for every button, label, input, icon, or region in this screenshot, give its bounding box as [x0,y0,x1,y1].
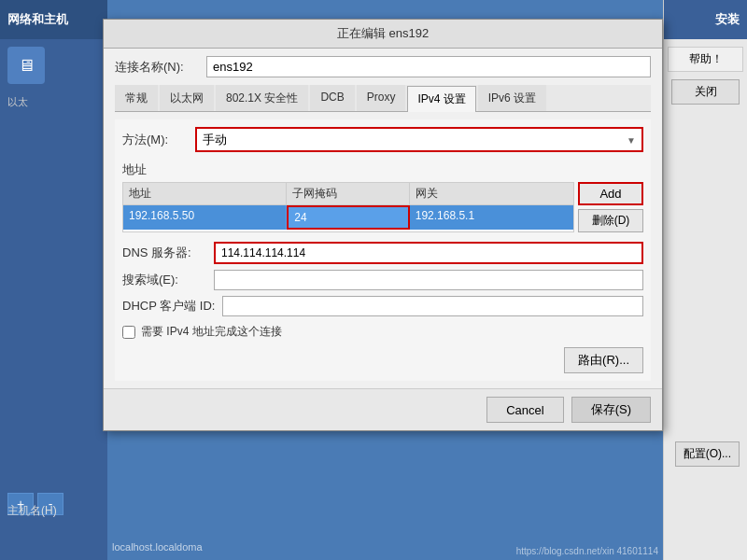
tab-proxy[interactable]: Proxy [357,85,406,111]
tab-ipv4[interactable]: IPv4 设置 [407,86,475,112]
network-icon: 🖥 [7,47,45,84]
td-address: 192.168.5.50 [123,205,287,230]
edit-connection-dialog: 正在编辑 ens192 连接名称(N): 常规以太网802.1X 安全性DCBP… [103,19,663,431]
address-table: 地址 子网掩码 网关 192.168.5.50 24 192.168.5.1 [122,182,574,232]
ipv4-settings-content: 方法(M): 手动自动(DHCP)仅本地链路共享到其他电脑禁用 ▼ 地址 地址 … [115,119,651,381]
config-button[interactable]: 配置(O)... [675,441,740,467]
th-address: 地址 [123,183,287,204]
sidebar-subtitle: 以太 [0,91,107,113]
tab-ipv6[interactable]: IPv6 设置 [478,85,546,111]
address-table-wrapper: 地址 子网掩码 网关 192.168.5.50 24 192.168.5.1 A… [122,182,643,232]
conn-name-label: 连接名称(N): [115,59,199,76]
table-row[interactable]: 192.168.5.50 24 192.168.5.1 [123,205,573,230]
method-label: 方法(M): [122,132,188,148]
save-button[interactable]: 保存(S) [571,397,651,423]
dns-row: DNS 服务器: [122,242,643,264]
ipv4-required-label: 需要 IPv4 地址完成这个连接 [141,324,282,340]
ipv4-required-checkbox[interactable] [122,326,135,339]
ipv4-required-row: 需要 IPv4 地址完成这个连接 [122,324,643,340]
tabs-bar: 常规以太网802.1X 安全性DCBProxyIPv4 设置IPv6 设置 [115,85,651,112]
method-select-wrapper: 手动自动(DHCP)仅本地链路共享到其他电脑禁用 ▼ [195,127,643,152]
hostname-label: 主机名(H) [0,499,107,523]
tab-general[interactable]: 常规 [115,85,158,111]
search-label: 搜索域(E): [122,272,206,288]
conn-name-input[interactable] [206,56,651,77]
tab-8021x[interactable]: 802.1X 安全性 [216,85,308,111]
table-buttons: Add 删除(D) [578,182,643,232]
watermark: https://blog.csdn.net/xin 41601114 [516,546,658,556]
tab-ethernet[interactable]: 以太网 [160,85,214,111]
cancel-button[interactable]: Cancel [486,397,563,423]
search-domain-row: 搜索域(E): [122,270,643,290]
method-row: 方法(M): 手动自动(DHCP)仅本地链路共享到其他电脑禁用 ▼ [122,127,643,152]
address-title: 地址 [122,161,643,178]
dns-input[interactable] [214,242,643,264]
close-button[interactable]: 关闭 [671,79,740,105]
address-section: 地址 地址 子网掩码 网关 192.168.5.50 24 192.168.5.… [122,161,643,232]
dhcp-row: DHCP 客户端 ID: [122,296,643,316]
dialog-footer: Cancel 保存(S) [104,388,662,430]
dhcp-input[interactable] [222,296,643,316]
left-panel: 网络和主机 🖥 以太 [0,0,107,560]
dialog-title: 正在编辑 ens192 [337,26,429,40]
td-prefix: 24 [287,205,409,230]
td-gateway: 192.168.5.1 [410,205,573,230]
route-button[interactable]: 路由(R)... [564,347,643,373]
dhcp-label: DHCP 客户端 ID: [122,298,215,315]
search-domain-input[interactable] [214,270,643,290]
help-button[interactable]: 帮助！ [668,47,743,72]
dns-label: DNS 服务器: [122,245,206,261]
right-panel: 安装 帮助！ 关闭 配置(O)... [663,0,747,560]
left-panel-title: 网络和主机 [0,0,107,39]
hostname-value: localhost.localdoma [112,541,203,553]
connection-name-row: 连接名称(N): [115,56,651,77]
method-select[interactable]: 手动自动(DHCP)仅本地链路共享到其他电脑禁用 [197,129,641,150]
dialog-titlebar: 正在编辑 ens192 [104,20,662,49]
bottom-left-panel: + - 主机名(H) [0,485,107,560]
delete-address-button[interactable]: 删除(D) [578,209,643,232]
dialog-content: 连接名称(N): 常规以太网802.1X 安全性DCBProxyIPv4 设置I… [104,49,662,388]
add-address-button[interactable]: Add [578,182,643,205]
install-label: 安装 [664,0,747,39]
th-gateway: 网关 [410,183,573,204]
table-header: 地址 子网掩码 网关 [123,183,573,205]
route-row: 路由(R)... [122,347,643,373]
th-prefix: 子网掩码 [287,183,409,204]
tab-dcb[interactable]: DCB [310,85,354,111]
